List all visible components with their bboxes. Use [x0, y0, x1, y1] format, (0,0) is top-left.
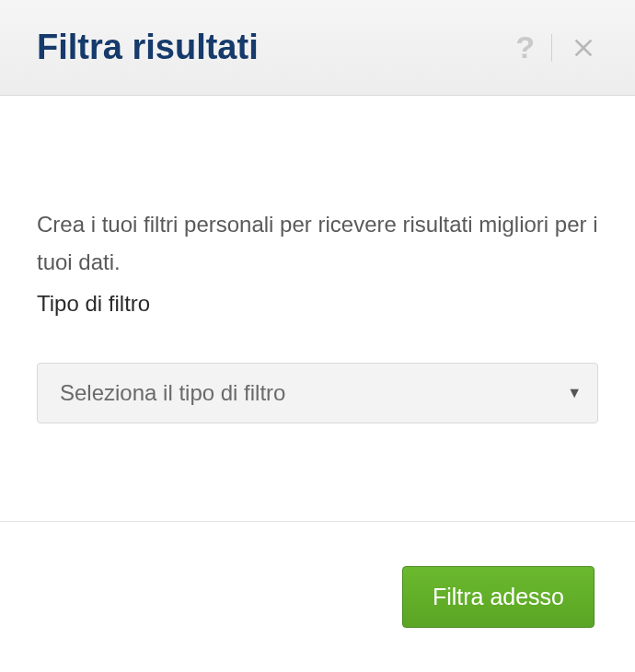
- help-icon[interactable]: ?: [515, 29, 535, 65]
- modal-footer: Filtra adesso: [0, 521, 635, 672]
- filter-description: Crea i tuoi filtri personali per ricever…: [37, 206, 598, 282]
- filter-now-button[interactable]: Filtra adesso: [402, 566, 595, 628]
- modal-body: Crea i tuoi filtri personali per ricever…: [0, 96, 635, 521]
- filter-modal: Filtra risultati ? Crea i tuoi filtri pe…: [0, 0, 635, 672]
- filter-type-label: Tipo di filtro: [37, 291, 598, 317]
- close-icon[interactable]: [569, 33, 598, 63]
- header-actions: ?: [515, 29, 598, 65]
- header-divider: [551, 34, 552, 62]
- filter-type-select[interactable]: Seleziona il tipo di filtro: [37, 363, 598, 423]
- filter-type-select-wrapper: Seleziona il tipo di filtro ▼: [37, 363, 598, 423]
- modal-header: Filtra risultati ?: [0, 0, 635, 96]
- modal-title: Filtra risultati: [37, 28, 259, 67]
